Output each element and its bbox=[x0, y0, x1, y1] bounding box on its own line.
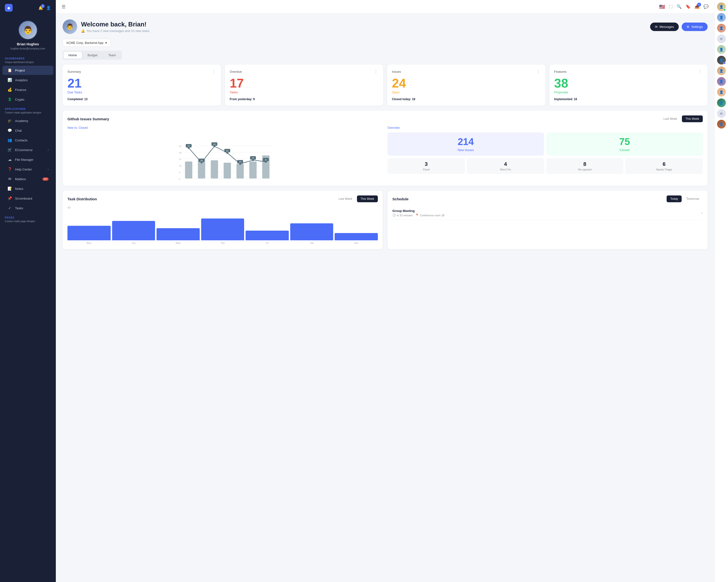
sidebar-item-crypto[interactable]: 💲 Crypto bbox=[2, 95, 53, 104]
sidebar-item-label: Crypto bbox=[15, 98, 24, 101]
menu-icon[interactable]: ☰ bbox=[62, 4, 66, 9]
inbox-icon[interactable]: 📥 5 bbox=[695, 4, 700, 9]
settings-button[interactable]: ⚙ Settings bbox=[682, 23, 708, 31]
sidebar-item-label: Analytics bbox=[15, 78, 28, 82]
wont-fix-label: Won't Fix bbox=[469, 168, 542, 171]
closed-card: 75 Closed bbox=[546, 132, 703, 156]
bar-group-wed: Wed bbox=[157, 228, 200, 244]
sidebar-item-contacts[interactable]: 👥 Contacts bbox=[2, 136, 53, 145]
bar-group-fri: Fri bbox=[245, 231, 289, 244]
strip-avatar-3[interactable]: 👤 bbox=[717, 24, 726, 32]
bell-icon: 🔔 bbox=[81, 29, 85, 33]
sidebar-item-ecommerce[interactable]: 🛒 ECommerce › bbox=[2, 145, 53, 155]
tab-home[interactable]: Home bbox=[63, 52, 82, 59]
stat-label: Due Tasks bbox=[68, 90, 216, 94]
bar-label-sun: Sun bbox=[354, 242, 358, 244]
bar-group-sun: Sun bbox=[335, 233, 378, 244]
project-icon: 📋 bbox=[7, 68, 12, 73]
sidebar-item-helpcenter[interactable]: ❓ Help Center › bbox=[2, 165, 53, 174]
schedule-time: 🕐 in 32 minutes bbox=[392, 214, 413, 217]
schedule-item-chevron[interactable]: › bbox=[702, 211, 703, 215]
tomorrow-button[interactable]: Tomorrow bbox=[683, 195, 703, 202]
strip-avatar-8[interactable]: 👤 bbox=[717, 77, 726, 86]
this-week-button[interactable]: This Week bbox=[682, 115, 703, 122]
sidebar-item-finance[interactable]: 💰 Finance bbox=[2, 85, 53, 94]
last-week-button[interactable]: Last Week bbox=[660, 115, 681, 122]
bar-label-sat: Sat bbox=[310, 242, 314, 244]
bookmark-icon[interactable]: 🔖 bbox=[685, 4, 691, 9]
crypto-icon: 💲 bbox=[7, 97, 12, 102]
tab-team[interactable]: Team bbox=[103, 52, 121, 59]
topbar-chat-icon[interactable]: 💬 bbox=[703, 4, 709, 9]
bottom-row: Task Distribution Last Week This Week 40… bbox=[62, 191, 708, 254]
overview-small-grid: 3 Fixed 4 Won't Fix 8 Re-opened 6 bbox=[388, 158, 703, 174]
strip-avatar-12[interactable]: 👤 bbox=[717, 120, 726, 129]
stat-menu-icon[interactable]: ⋮ bbox=[212, 70, 216, 74]
strip-avatar-10[interactable]: 👤 bbox=[717, 99, 726, 107]
app-logo[interactable]: ◆ bbox=[5, 4, 12, 11]
strip-avatar-5[interactable]: 👤 bbox=[717, 45, 726, 54]
sidebar-item-academy[interactable]: 🎓 Academy bbox=[2, 116, 53, 126]
svg-text:20: 20 bbox=[239, 161, 241, 163]
chevron-right-icon: › bbox=[48, 168, 49, 171]
schedule-header: Schedule Today Tomorrow bbox=[392, 195, 703, 202]
svg-text:Mon: Mon bbox=[187, 181, 191, 181]
sidebar-item-analytics[interactable]: 📊 Analytics bbox=[2, 76, 53, 85]
sidebar-item-filemanager[interactable]: ☁ File Manager bbox=[2, 155, 53, 164]
sidebar-item-label: Finance bbox=[15, 88, 26, 92]
sidebar-item-mailbox[interactable]: ✉ Mailbox 27 bbox=[2, 174, 53, 184]
sidebar-item-project[interactable]: 📋 Project bbox=[2, 66, 53, 75]
strip-avatar-7[interactable]: 👤 bbox=[717, 66, 726, 75]
stat-label: Proposals bbox=[554, 90, 703, 94]
sidebar-header: ◆ 🔔 3 👤 bbox=[0, 0, 56, 16]
fixed-num: 3 bbox=[389, 161, 463, 167]
sidebar-item-label: Scrumboard bbox=[15, 197, 32, 200]
flag-icon[interactable]: 🇺🇸 bbox=[659, 4, 665, 10]
bar-group-thu: Thu bbox=[201, 219, 244, 244]
task-last-week-button[interactable]: Last Week bbox=[335, 195, 356, 202]
strip-avatar-placeholder-m2[interactable]: M bbox=[717, 109, 726, 118]
reopened-label: Re-opened bbox=[548, 168, 622, 171]
github-issues-panel: Github Issues Summary Last Week This Wee… bbox=[62, 111, 708, 186]
strip-avatar-6[interactable]: 👤 bbox=[717, 56, 726, 64]
github-chart-section: New vs. Closed 0 9 18 27 36 45 bbox=[68, 126, 383, 181]
search-icon[interactable]: 🔍 bbox=[677, 4, 682, 9]
bar-label-thu: Thu bbox=[220, 242, 225, 244]
notification-bell-icon[interactable]: 🔔 3 bbox=[38, 6, 43, 10]
welcome-title: Welcome back, Brian! bbox=[81, 21, 150, 28]
chevron-down-icon: ▾ bbox=[105, 41, 107, 45]
schedule-item-info: Group Meeting 🕐 in 32 minutes 📍 Conferen… bbox=[392, 209, 445, 217]
today-button[interactable]: Today bbox=[667, 195, 682, 202]
analytics-icon: 📊 bbox=[7, 78, 12, 82]
chart-area: 0 9 18 27 36 45 bbox=[68, 132, 383, 181]
online-indicator bbox=[723, 9, 726, 11]
sidebar-item-scrumboard[interactable]: 📌 Scrumboard bbox=[2, 194, 53, 203]
bar-group-sat: Sat bbox=[290, 223, 333, 244]
sidebar-item-label: Mailbox bbox=[15, 177, 26, 181]
svg-point-37 bbox=[239, 163, 241, 165]
stat-menu-icon[interactable]: ⋮ bbox=[536, 70, 541, 74]
strip-avatar-placeholder-m1[interactable]: M bbox=[717, 34, 726, 43]
stat-menu-icon[interactable]: ⋮ bbox=[698, 70, 703, 74]
strip-avatar-2[interactable]: 👤 bbox=[717, 13, 726, 22]
stat-menu-icon[interactable]: ⋮ bbox=[374, 70, 378, 74]
github-toggle-buttons: Last Week This Week bbox=[660, 115, 703, 122]
strip-avatar-1[interactable]: 👤 bbox=[717, 2, 726, 11]
svg-point-36 bbox=[227, 152, 228, 154]
task-this-week-button[interactable]: This Week bbox=[357, 195, 378, 202]
new-issues-card: 214 New Issues bbox=[388, 132, 544, 156]
pages-section-label: PAGES bbox=[0, 213, 56, 220]
svg-text:42: 42 bbox=[187, 145, 190, 147]
project-selector[interactable]: ACME Corp. Backend App ▾ bbox=[62, 39, 111, 47]
user-circle-icon[interactable]: 👤 bbox=[46, 6, 51, 10]
svg-point-33 bbox=[188, 147, 190, 149]
fullscreen-icon[interactable]: ⛶ bbox=[669, 5, 673, 9]
tab-budget[interactable]: Budget bbox=[83, 52, 102, 59]
svg-point-34 bbox=[201, 162, 203, 163]
sidebar-item-chat[interactable]: 💬 Chat bbox=[2, 126, 53, 135]
stat-card-overdue: Overdue ⋮ 17 Tasks From yesterday: 9 bbox=[225, 64, 383, 106]
messages-button[interactable]: ✉ Messages bbox=[650, 23, 679, 31]
sidebar-item-tasks[interactable]: ✓ Tasks bbox=[2, 203, 53, 213]
sidebar-item-notes[interactable]: 📝 Notes bbox=[2, 184, 53, 193]
strip-avatar-9[interactable]: 👤 bbox=[717, 88, 726, 96]
